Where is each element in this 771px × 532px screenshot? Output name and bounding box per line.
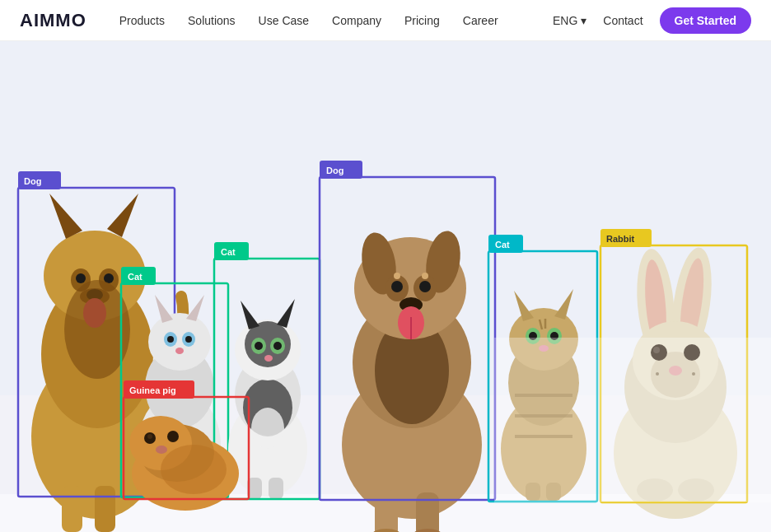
- svg-text:Cat: Cat: [495, 240, 510, 250]
- svg-point-10: [76, 273, 86, 283]
- svg-point-73: [391, 281, 403, 292]
- svg-point-75: [394, 273, 400, 279]
- svg-point-58: [167, 431, 179, 442]
- svg-point-59: [147, 434, 152, 439]
- svg-point-23: [148, 313, 211, 371]
- svg-rect-81: [416, 492, 439, 532]
- navbar: AIMMO Products Solutions Use Case Compan…: [0, 0, 771, 41]
- hero-section: Dog Cat: [0, 41, 771, 532]
- svg-text:Cat: Cat: [128, 272, 143, 282]
- nav-right: ENG ▾ Contact Get Started: [553, 7, 751, 34]
- logo: AIMMO: [20, 10, 86, 31]
- svg-text:Guinea pig: Guinea pig: [129, 385, 176, 395]
- svg-rect-50: [269, 478, 283, 499]
- svg-rect-17: [95, 486, 115, 532]
- svg-point-29: [185, 336, 192, 343]
- nav-links: Products Solutions Use Case Company Pric…: [119, 14, 553, 27]
- svg-point-45: [255, 342, 263, 350]
- nav-company[interactable]: Company: [332, 14, 381, 27]
- nav-career[interactable]: Career: [463, 14, 498, 27]
- svg-text:Dog: Dog: [24, 176, 41, 186]
- lang-selector[interactable]: ENG ▾: [553, 14, 586, 27]
- svg-point-46: [273, 342, 282, 350]
- svg-point-61: [161, 445, 227, 494]
- svg-rect-16: [62, 486, 82, 532]
- svg-point-74: [419, 281, 431, 292]
- svg-point-48: [251, 408, 284, 449]
- nav-pricing[interactable]: Pricing: [404, 14, 440, 27]
- hero-svg: Dog Cat: [0, 41, 771, 532]
- svg-text:Cat: Cat: [221, 247, 236, 257]
- svg-text:Dog: Dog: [326, 166, 343, 175]
- svg-point-60: [156, 446, 167, 454]
- get-started-button[interactable]: Get Started: [660, 7, 751, 34]
- contact-link[interactable]: Contact: [603, 14, 642, 27]
- svg-text:Rabbit: Rabbit: [606, 234, 635, 244]
- nav-products[interactable]: Products: [119, 14, 165, 27]
- lang-label: ENG: [553, 14, 577, 27]
- svg-point-76: [422, 273, 428, 279]
- svg-rect-126: [494, 338, 771, 502]
- nav-solutions[interactable]: Solutions: [188, 14, 236, 27]
- chevron-down-icon: ▾: [581, 14, 586, 27]
- svg-point-47: [264, 355, 273, 362]
- svg-rect-80: [375, 490, 398, 532]
- svg-point-28: [167, 336, 174, 343]
- nav-use-case[interactable]: Use Case: [259, 14, 309, 27]
- svg-point-30: [175, 348, 184, 354]
